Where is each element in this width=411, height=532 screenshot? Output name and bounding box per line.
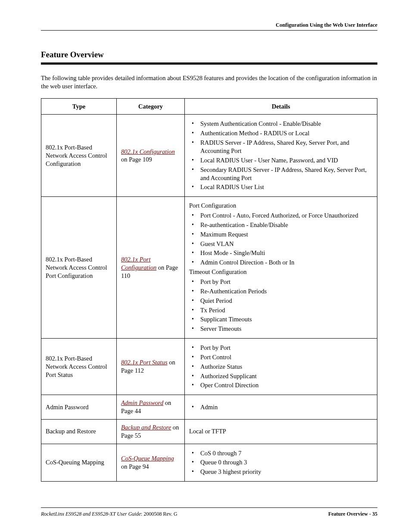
table-row: 802.1x Port-Based Network Access Control… bbox=[41, 339, 377, 395]
footer-docid: : 2000508 Rev. G bbox=[141, 511, 177, 517]
footer-guide-title: RocketLinx ES9528 and ES9528-XT User Gui… bbox=[41, 511, 141, 517]
cell-category: 802.1x Port Configuration on Page 110 bbox=[117, 197, 185, 339]
cross-reference-link[interactable]: Admin Password bbox=[121, 399, 163, 406]
list-item: Authorize Status bbox=[198, 363, 373, 371]
list-item: Local RADIUS User List bbox=[198, 183, 373, 191]
cell-details: CoS 0 through 7Queue 0 through 3Queue 3 … bbox=[185, 444, 377, 482]
list-item: Port Control bbox=[198, 353, 373, 361]
list-item: Oper Control Direction bbox=[198, 381, 373, 389]
list-item: Admin bbox=[198, 403, 373, 411]
list-item: Secondary RADIUS Server - IP Address, Sh… bbox=[198, 166, 373, 182]
list-item: Port by Port bbox=[198, 344, 373, 352]
list-item: Queue 3 highest priority bbox=[198, 468, 373, 476]
footer-left: RocketLinx ES9528 and ES9528-XT User Gui… bbox=[41, 511, 177, 518]
intro-paragraph: The following table provides detailed in… bbox=[41, 74, 377, 90]
cross-reference-link[interactable]: CoS-Queue Mapping bbox=[121, 455, 174, 462]
list-item: Authorized Supplicant bbox=[198, 372, 373, 380]
list-item: Server Timeouts bbox=[198, 325, 373, 333]
section-heading: Feature Overview bbox=[41, 50, 377, 65]
cell-type: CoS-Queuing Mapping bbox=[41, 444, 117, 482]
list-item: Admin Control Direction - Both or In bbox=[198, 258, 373, 267]
page-footer: RocketLinx ES9528 and ES9528-XT User Gui… bbox=[41, 507, 377, 518]
cross-reference-link[interactable]: 802.1x Port Status bbox=[121, 359, 168, 366]
col-type: Type bbox=[41, 98, 117, 115]
details-subheading: Timeout Configuration bbox=[189, 268, 373, 276]
list-item: CoS 0 through 7 bbox=[198, 449, 373, 457]
cell-category: 802.1x Configuration on Page 109 bbox=[117, 115, 185, 197]
list-item: Re-Authentication Periods bbox=[198, 287, 373, 296]
feature-table: Type Category Details 802.1x Port-Based … bbox=[41, 98, 377, 482]
cell-category: 802.1x Port Status on Page 112 bbox=[117, 339, 185, 395]
cell-details: Port by PortPort ControlAuthorize Status… bbox=[185, 339, 377, 395]
list-item: Quiet Period bbox=[198, 297, 373, 305]
list-item: Port by Port bbox=[198, 278, 373, 286]
details-list: Port by PortRe-Authentication PeriodsQui… bbox=[189, 278, 373, 333]
table-row: 802.1x Port-Based Network Access Control… bbox=[41, 115, 377, 197]
cell-details: System Authentication Control - Enable/D… bbox=[185, 115, 377, 197]
running-header: Configuration Using the Web User Interfa… bbox=[41, 22, 377, 31]
cell-type: Backup and Restore bbox=[41, 419, 117, 444]
cell-type: 802.1x Port-Based Network Access Control… bbox=[41, 339, 117, 395]
footer-right: Feature Overview - 35 bbox=[328, 511, 377, 518]
list-item: Guest VLAN bbox=[198, 240, 373, 248]
list-item: System Authentication Control - Enable/D… bbox=[198, 120, 373, 128]
cell-details: Admin bbox=[185, 395, 377, 420]
details-list: System Authentication Control - Enable/D… bbox=[189, 120, 373, 191]
list-item: Port Control - Auto, Forced Authorized, … bbox=[198, 212, 373, 220]
list-item: Host Mode - Single/Multi bbox=[198, 249, 373, 257]
list-item: RADIUS Server - IP Address, Shared Key, … bbox=[198, 139, 373, 155]
cell-category: CoS-Queue Mapping on Page 94 bbox=[117, 444, 185, 482]
col-details: Details bbox=[185, 98, 377, 115]
cross-reference-link[interactable]: Backup and Restore bbox=[121, 424, 171, 431]
cross-reference-link[interactable]: 802.1x Port Configuration bbox=[121, 256, 156, 271]
details-list: CoS 0 through 7Queue 0 through 3Queue 3 … bbox=[189, 449, 373, 476]
cell-details: Local or TFTP bbox=[185, 419, 377, 444]
table-row: Admin PasswordAdmin Password on Page 44A… bbox=[41, 395, 377, 420]
table-row: 802.1x Port-Based Network Access Control… bbox=[41, 197, 377, 339]
table-header-row: Type Category Details bbox=[41, 98, 377, 115]
details-list: Port by PortPort ControlAuthorize Status… bbox=[189, 344, 373, 389]
cell-type: 802.1x Port-Based Network Access Control… bbox=[41, 197, 117, 339]
cell-type: 802.1x Port-Based Network Access Control… bbox=[41, 115, 117, 197]
details-subheading: Port Configuration bbox=[189, 202, 373, 210]
list-item: Maximum Request bbox=[198, 230, 373, 239]
list-item: Supplicant Timeouts bbox=[198, 315, 373, 324]
cell-type: Admin Password bbox=[41, 395, 117, 420]
cell-details: Port ConfigurationPort Control - Auto, F… bbox=[185, 197, 377, 339]
list-item: Local RADIUS User - User Name, Password,… bbox=[198, 156, 373, 165]
cell-category: Backup and Restore on Page 55 bbox=[117, 419, 185, 444]
col-category: Category bbox=[117, 98, 185, 115]
details-list: Admin bbox=[189, 403, 373, 411]
table-row: Backup and RestoreBackup and Restore on … bbox=[41, 419, 377, 444]
list-item: Tx Period bbox=[198, 306, 373, 314]
list-item: Queue 0 through 3 bbox=[198, 458, 373, 467]
list-item: Re-authentication - Enable/Disable bbox=[198, 221, 373, 229]
list-item: Authentication Method - RADIUS or Local bbox=[198, 129, 373, 137]
cell-category: Admin Password on Page 44 bbox=[117, 395, 185, 420]
table-row: CoS-Queuing MappingCoS-Queue Mapping on … bbox=[41, 444, 377, 482]
cross-reference-link[interactable]: 802.1x Configuration bbox=[121, 148, 175, 155]
details-list: Port Control - Auto, Forced Authorized, … bbox=[189, 212, 373, 267]
